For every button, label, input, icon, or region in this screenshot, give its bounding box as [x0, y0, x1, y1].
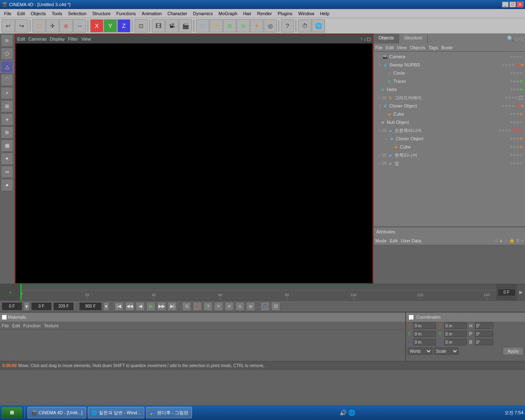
vp-cameras-btn[interactable]: Cameras [28, 37, 47, 41]
sym-btn[interactable]: ⊞ [223, 19, 236, 32]
coord-x2-size[interactable] [444, 322, 467, 329]
array-btn[interactable]: ⊛ [237, 19, 250, 32]
render-btn-2[interactable]: 📽 [165, 19, 178, 32]
menu-structure[interactable]: Structure [90, 10, 113, 17]
left-btn-1[interactable]: ⊞ [1, 34, 13, 47]
tab-structure[interactable]: Structure [399, 34, 428, 43]
menu-objects[interactable]: Objects [28, 10, 48, 17]
render-btn-1[interactable]: 🎞 [152, 19, 165, 32]
tree-item-front[interactable]: ▷ 10 ◈ 앞 [374, 159, 524, 167]
next-btn[interactable]: ▶▶ [157, 302, 166, 311]
vp-icon-1[interactable]: ↑ [360, 36, 363, 42]
tree-item-camera[interactable]: ▷ 📷 Camera [374, 52, 524, 61]
coord-z2-size[interactable] [444, 339, 467, 345]
left-btn-11[interactable]: ⋈ [1, 166, 13, 178]
vp-icon-2[interactable]: ↓ [363, 36, 366, 42]
left-btn-5[interactable]: ✦ [1, 87, 13, 99]
param-key-btn[interactable]: ⊞ [246, 302, 255, 311]
menu-animation[interactable]: Animation [139, 10, 164, 17]
world-btn[interactable]: 🌐 [312, 19, 325, 32]
tab-objects[interactable]: Objects [374, 34, 399, 43]
left-btn-4[interactable]: ⌒ [1, 74, 13, 86]
help-btn[interactable]: ? [281, 19, 294, 32]
taskbar-c4d-btn[interactable]: 🎬 CINEMA 4D - [Untit...] [27, 407, 86, 418]
tree-item-cloner-1[interactable]: ▽ ❋ Cloner Object ✕ [374, 102, 524, 110]
attr-menu-userdata[interactable]: User Data [401, 238, 422, 243]
timeline-btn[interactable]: ⏱ [298, 19, 311, 32]
menu-file[interactable]: File [2, 10, 14, 17]
frame-counter-input[interactable] [2, 302, 22, 310]
tree-item-cube-2[interactable]: ■ Cube [374, 143, 524, 151]
mat-menu-function[interactable]: Function [23, 323, 41, 328]
play-btn[interactable]: ▶ [146, 302, 155, 311]
apply-button[interactable]: Apply [503, 347, 523, 355]
mat-menu-texture[interactable]: Texture [44, 323, 59, 328]
undo-button[interactable]: ↩ [2, 19, 15, 32]
menu-mograph[interactable]: MoGraph [216, 10, 240, 17]
attr-up-icon[interactable]: ▲ [499, 238, 503, 243]
attr-home-icon[interactable]: ⌂ [505, 238, 508, 243]
maximize-button[interactable]: □ [509, 2, 516, 7]
tree-item-sweep-nurbs[interactable]: ▽ ◈ Sweep NURBS ✕ [374, 61, 524, 69]
object-mode-btn[interactable]: ⊡ [135, 19, 148, 32]
taskbar-browser-btn[interactable]: 🌐 질문과 답변 - Wind... [88, 407, 144, 418]
menu-character[interactable]: Character [165, 10, 189, 17]
obj-menu-view[interactable]: View [397, 45, 407, 50]
redo-button[interactable]: ↪ [15, 19, 28, 32]
menu-help[interactable]: Help [317, 10, 332, 17]
coord-h-val[interactable] [475, 322, 493, 329]
move-button[interactable]: ✛ [46, 19, 59, 32]
pos-key-btn[interactable]: P [214, 302, 223, 311]
record-auto-btn[interactable]: ⊙ [182, 302, 191, 311]
close-button[interactable]: ✕ [517, 2, 523, 7]
extra-btn-1[interactable]: 🎵 [260, 302, 269, 311]
tree-item-helix[interactable]: ≋ Helix [374, 85, 524, 94]
total-frames-input[interactable] [79, 302, 102, 310]
extra-btn-2[interactable]: ⊡ [271, 302, 280, 311]
left-btn-7[interactable]: ◈ [1, 113, 13, 126]
prev-btn[interactable]: ◀ [136, 302, 145, 311]
tree-item-circle[interactable]: ○ Circle [374, 69, 524, 77]
menu-window[interactable]: Window [296, 10, 317, 17]
title-bar-controls[interactable]: _ □ ✕ [502, 2, 523, 7]
vp-display-btn[interactable]: Display [50, 37, 65, 41]
tree-item-left-liner[interactable]: ▷ 10 ◈ 왼쪽리니어 [374, 151, 524, 159]
coord-checkbox[interactable] [409, 315, 414, 320]
go-start-btn[interactable]: |◀ [114, 302, 123, 311]
frame-select-btn[interactable]: ▼ [24, 302, 30, 311]
render-btn-3[interactable]: 🎬 [179, 19, 192, 32]
vp-icon-3[interactable]: ◻ [367, 36, 371, 42]
coord-p-val[interactable] [475, 331, 493, 337]
attr-num-icon[interactable]: 8 [516, 238, 519, 243]
vp-edit-btn[interactable]: Edit [17, 37, 25, 41]
timeline-frame-input[interactable] [498, 289, 516, 296]
vp-filter-btn[interactable]: Filter [68, 37, 78, 41]
rot-key-btn[interactable]: R [225, 302, 234, 311]
menu-selection[interactable]: Selection [66, 10, 89, 17]
menu-tools[interactable]: Tools [49, 10, 65, 17]
left-btn-9[interactable]: ▦ [1, 139, 13, 152]
tree-item-cloner-2[interactable]: ▷ ❋ Cloner Object [374, 135, 524, 143]
timeline-ruler[interactable]: 0 20 40 60 80 100 120 140 [21, 284, 496, 300]
rotate-button[interactable]: ⊕ [59, 19, 73, 32]
tree-item-null[interactable]: ⊕ Null Object [374, 118, 524, 126]
left-btn-3[interactable]: △ [1, 61, 13, 73]
search-icon[interactable]: 🔍 [507, 35, 514, 42]
viewport[interactable]: Edit Cameras Display Filter View ↑ ↓ ◻ [15, 34, 373, 284]
coord-space-dropdown[interactable]: World Local [408, 347, 432, 355]
end-frame-input[interactable] [53, 302, 74, 310]
obj-menu-tags[interactable]: Tags [429, 45, 438, 50]
prev-frame-btn[interactable]: ◀◀ [125, 302, 134, 311]
coord-y2-size[interactable] [444, 331, 467, 337]
coord-b-val[interactable] [475, 339, 493, 345]
coord-x-pos[interactable] [413, 322, 436, 329]
menu-hair[interactable]: Hair [241, 10, 254, 17]
left-btn-sphere[interactable]: ● [1, 179, 13, 191]
start-frame-input[interactable] [31, 302, 52, 310]
frame-select-btn-2[interactable]: ▼ [103, 302, 109, 311]
coord-mode-dropdown[interactable]: Scale Move Rotate [434, 347, 459, 355]
menu-plugins[interactable]: Plugins [275, 10, 295, 17]
menu-edit[interactable]: Edit [15, 10, 27, 17]
minimize-button[interactable]: _ [502, 2, 509, 7]
vp-view-btn[interactable]: View [81, 37, 91, 41]
